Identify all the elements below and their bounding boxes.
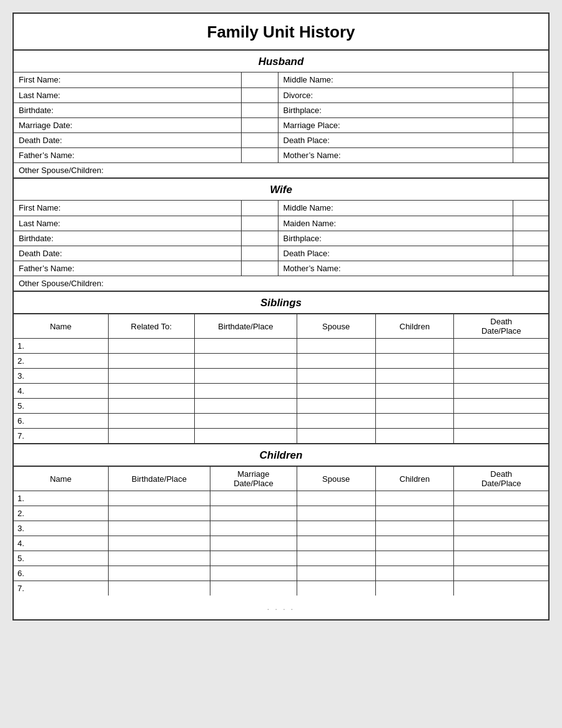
table-cell	[375, 521, 454, 536]
row-number: 7.	[14, 429, 108, 444]
table-cell	[108, 414, 194, 429]
husband-birthplace-value	[513, 102, 548, 117]
row-number: 6.	[14, 566, 108, 581]
table-cell	[210, 506, 297, 521]
children-section: Children Name Birthdate/Place MarriageDa…	[14, 444, 548, 596]
wife-fields-table: First Name: Middle Name: Last Name: Maid…	[14, 201, 548, 291]
footer-text: . . . .	[14, 596, 548, 619]
table-row: 7.	[14, 581, 548, 596]
table-cell	[297, 414, 375, 429]
table-row: First Name: Middle Name:	[14, 201, 548, 216]
table-cell	[375, 369, 454, 384]
table-row: 2.	[14, 354, 548, 369]
husband-last-name-value	[241, 87, 278, 102]
table-cell	[375, 339, 454, 354]
husband-marriage-place-value	[513, 117, 548, 132]
siblings-section-header: Siblings	[14, 292, 548, 314]
siblings-col-spouse: Spouse	[297, 314, 375, 339]
wife-middle-name-value	[513, 201, 548, 216]
table-row: 3.	[14, 521, 548, 536]
children-col-death: DeathDate/Place	[454, 467, 548, 491]
wife-mothers-name-label: Mother’s Name:	[278, 261, 513, 276]
table-cell	[375, 414, 454, 429]
table-row: 2.	[14, 506, 548, 521]
wife-death-date-label: Death Date:	[14, 246, 241, 261]
table-cell	[454, 491, 548, 506]
table-row: Birthdate: Birthplace:	[14, 231, 548, 246]
table-cell	[454, 369, 548, 384]
table-cell	[108, 354, 194, 369]
wife-mothers-name-value	[513, 261, 548, 276]
wife-fathers-name-value	[241, 261, 278, 276]
table-cell	[454, 399, 548, 414]
table-cell	[375, 566, 454, 581]
siblings-col-birthdate: Birthdate/Place	[195, 314, 297, 339]
husband-death-place-label: Death Place:	[278, 132, 513, 147]
row-number: 3.	[14, 369, 108, 384]
husband-first-name-value	[241, 72, 278, 87]
table-row: 4.	[14, 536, 548, 551]
table-cell	[108, 581, 210, 596]
table-row: Other Spouse/Children:	[14, 162, 548, 177]
table-row: Marriage Date: Marriage Place:	[14, 117, 548, 132]
wife-maiden-name-label: Maiden Name:	[278, 216, 513, 231]
wife-birthdate-value	[241, 231, 278, 246]
table-cell	[454, 414, 548, 429]
table-cell	[454, 429, 548, 444]
table-row: Birthdate: Birthplace:	[14, 102, 548, 117]
siblings-col-name: Name	[14, 314, 108, 339]
table-row: 6.	[14, 566, 548, 581]
table-cell	[297, 506, 375, 521]
table-cell	[297, 551, 375, 566]
children-section-header: Children	[14, 444, 548, 466]
row-number: 3.	[14, 521, 108, 536]
children-col-marriage: MarriageDate/Place	[210, 467, 297, 491]
table-cell	[195, 384, 297, 399]
wife-first-name-label: First Name:	[14, 201, 241, 216]
row-number: 1.	[14, 491, 108, 506]
table-cell	[375, 506, 454, 521]
row-number: 7.	[14, 581, 108, 596]
table-row: 3.	[14, 369, 548, 384]
table-cell	[454, 521, 548, 536]
table-row: Father’s Name: Mother’s Name:	[14, 147, 548, 162]
wife-death-place-value	[513, 246, 548, 261]
children-header-row: Name Birthdate/Place MarriageDate/Place …	[14, 467, 548, 491]
table-cell	[195, 354, 297, 369]
table-cell	[195, 339, 297, 354]
husband-marriage-place-label: Marriage Place:	[278, 117, 513, 132]
table-cell	[108, 521, 210, 536]
table-cell	[195, 414, 297, 429]
wife-other-spouse-label: Other Spouse/Children:	[14, 276, 548, 291]
table-cell	[297, 399, 375, 414]
table-cell	[454, 581, 548, 596]
wife-section-header: Wife	[14, 179, 548, 201]
table-cell	[375, 399, 454, 414]
table-cell	[195, 399, 297, 414]
table-cell	[375, 536, 454, 551]
table-row: 5.	[14, 551, 548, 566]
wife-last-name-value	[241, 216, 278, 231]
table-cell	[375, 429, 454, 444]
table-cell	[195, 429, 297, 444]
wife-section: Wife First Name: Middle Name: Last Name:…	[14, 179, 548, 292]
table-cell	[454, 536, 548, 551]
table-cell	[108, 369, 194, 384]
table-cell	[297, 536, 375, 551]
row-number: 4.	[14, 384, 108, 399]
table-cell	[454, 354, 548, 369]
table-cell	[210, 521, 297, 536]
table-cell	[297, 521, 375, 536]
children-col-name: Name	[14, 467, 108, 491]
husband-mothers-name-label: Mother’s Name:	[278, 147, 513, 162]
table-row: Father’s Name: Mother’s Name:	[14, 261, 548, 276]
page-title: Family Unit History	[14, 14, 548, 51]
table-cell	[375, 491, 454, 506]
table-cell	[454, 566, 548, 581]
table-cell	[108, 536, 210, 551]
husband-marriage-date-label: Marriage Date:	[14, 117, 241, 132]
table-cell	[297, 566, 375, 581]
siblings-col-children: Children	[375, 314, 454, 339]
wife-birthdate-label: Birthdate:	[14, 231, 241, 246]
husband-section: Husband First Name: Middle Name: Last Na…	[14, 51, 548, 179]
